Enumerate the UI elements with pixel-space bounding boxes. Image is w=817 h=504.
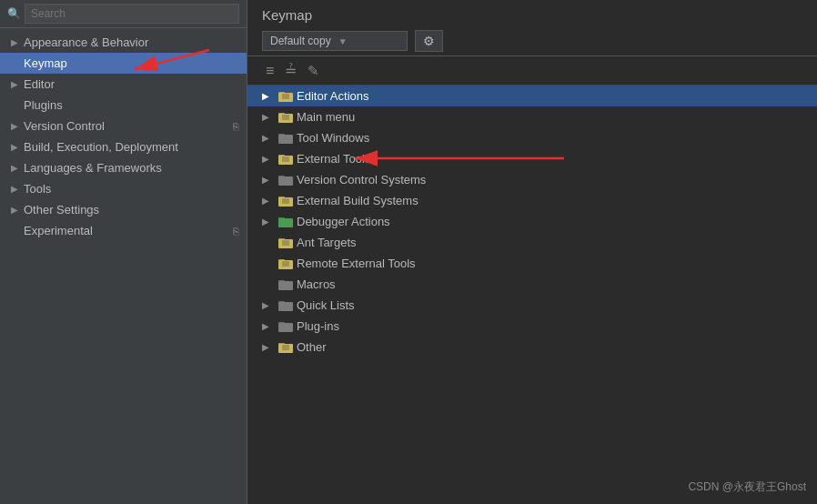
- tree-item-label: Version Control Systems: [297, 173, 810, 186]
- sidebar-items: ▶Appearance & BehaviorKeymap▶EditorPlugi…: [0, 28, 247, 504]
- tree-item-label: Debugger Actions: [297, 215, 810, 228]
- arrow-icon: ▶: [11, 79, 24, 89]
- folder-icon: [278, 174, 293, 186]
- tree-arrow-icon: ▶: [262, 217, 275, 227]
- arrow-icon: ▶: [11, 184, 24, 194]
- svg-rect-15: [282, 198, 289, 204]
- external-icon: ⎘: [233, 226, 239, 237]
- sidebar-item-label: Build, Execution, Deployment: [24, 140, 239, 154]
- svg-rect-10: [282, 156, 289, 162]
- search-icon: 🔍: [7, 7, 21, 20]
- sidebar-item-keymap[interactable]: Keymap: [0, 53, 247, 74]
- sidebar-item-label: Other Settings: [24, 203, 239, 217]
- folder-icon: [278, 257, 293, 270]
- tree-item-macros[interactable]: Macros: [247, 274, 817, 295]
- tree-item-quick-lists[interactable]: ▶ Quick Lists: [247, 295, 817, 316]
- folder-icon: [278, 153, 293, 166]
- folder-icon: [278, 299, 293, 312]
- arrow-icon: ▶: [11, 205, 24, 215]
- tree-item-label: Quick Lists: [297, 298, 810, 312]
- search-bar: 🔍: [0, 0, 247, 28]
- tree-item-label: Main menu: [297, 110, 810, 124]
- tree-arrow-icon: ▶: [262, 91, 275, 101]
- tree-arrow-icon: ▶: [262, 133, 275, 143]
- tree-item-ant-targets[interactable]: Ant Targets: [247, 232, 817, 253]
- dropdown-value: Default copy: [270, 35, 331, 47]
- sidebar-item-tools[interactable]: ▶Tools: [0, 178, 247, 199]
- tree-item-label: Macros: [297, 277, 810, 291]
- tree-arrow-icon: ▶: [262, 196, 275, 206]
- arrow-icon: ▶: [11, 142, 24, 152]
- svg-rect-17: [278, 217, 285, 220]
- tree-arrow-icon: ▶: [262, 342, 275, 352]
- arrow-icon: ▶: [11, 121, 24, 131]
- folder-icon: [278, 278, 293, 291]
- svg-rect-5: [282, 115, 289, 120]
- tree-arrow-icon: ▶: [262, 154, 275, 164]
- svg-rect-2: [282, 94, 289, 99]
- folder-icon: [278, 132, 293, 145]
- tree-item-external-tools[interactable]: ▶ External Tools: [247, 148, 817, 169]
- tree-item-remote-external[interactable]: Remote External Tools: [247, 253, 817, 274]
- sidebar-item-label: Languages & Frameworks: [24, 161, 239, 175]
- tree-item-tool-windows[interactable]: ▶ Tool Windows: [247, 127, 817, 148]
- folder-icon: [278, 195, 293, 207]
- sidebar-item-appearance[interactable]: ▶Appearance & Behavior: [0, 32, 247, 53]
- sidebar-item-plugins[interactable]: Plugins: [0, 95, 247, 116]
- tree-item-other[interactable]: ▶ Other: [247, 337, 817, 358]
- sidebar-item-editor[interactable]: ▶Editor: [0, 74, 247, 95]
- sidebar-item-label: Appearance & Behavior: [24, 35, 239, 49]
- watermark: CSDN @永夜君王Ghost: [688, 479, 806, 495]
- tree-item-label: Remote External Tools: [297, 257, 810, 270]
- keymap-controls: Default copy ▼ ⚙: [262, 30, 802, 52]
- folder-icon: [278, 341, 293, 354]
- edit-button[interactable]: ✎: [304, 61, 323, 81]
- svg-rect-12: [278, 176, 285, 178]
- arrow-icon: ▶: [11, 37, 24, 47]
- folder-icon: [278, 90, 293, 103]
- svg-rect-29: [278, 322, 285, 325]
- tree-arrow-icon: ▶: [262, 321, 275, 331]
- main-content: Keymap Default copy ▼ ⚙ ≡ ≟ ✎ ▶ Editor A…: [247, 0, 817, 504]
- tree-item-plug-ins[interactable]: ▶ Plug-ins: [247, 316, 817, 337]
- svg-rect-27: [278, 301, 285, 304]
- collapse-all-button[interactable]: ≟: [281, 60, 300, 81]
- page-title: Keymap: [262, 7, 802, 23]
- sidebar-item-other-settings[interactable]: ▶Other Settings: [0, 199, 247, 220]
- sidebar-item-label: Experimental: [24, 224, 233, 237]
- expand-all-button[interactable]: ≡: [262, 61, 277, 81]
- tree-arrow-icon: ▶: [262, 112, 275, 122]
- tree-item-label: Ant Targets: [297, 236, 810, 249]
- content-header: Keymap Default copy ▼ ⚙: [247, 0, 817, 56]
- tree-item-external-build[interactable]: ▶ External Build Systems: [247, 190, 817, 211]
- folder-icon: [278, 216, 293, 228]
- tree-item-label: External Tools: [297, 152, 810, 166]
- external-icon: ⎘: [233, 121, 239, 132]
- sidebar: 🔍 ▶Appearance & BehaviorKeymap▶EditorPlu…: [0, 0, 247, 504]
- tree-item-main-menu[interactable]: ▶ Main menu: [247, 106, 817, 127]
- arrow-icon: ▶: [11, 163, 24, 173]
- tree-item-editor-actions[interactable]: ▶ Editor Actions: [247, 86, 817, 106]
- tree-arrow-icon: ▶: [262, 300, 275, 310]
- tree-item-label: Other: [297, 340, 810, 354]
- keymap-dropdown[interactable]: Default copy ▼: [262, 31, 408, 51]
- sidebar-item-label: Version Control: [24, 119, 233, 133]
- tree-item-label: Plug-ins: [297, 319, 810, 333]
- sidebar-item-languages[interactable]: ▶Languages & Frameworks: [0, 157, 247, 178]
- sidebar-item-label: Keymap: [24, 56, 239, 70]
- gear-button[interactable]: ⚙: [415, 30, 443, 52]
- sidebar-item-version-control[interactable]: ▶Version Control⎘: [0, 116, 247, 136]
- tree-item-label: External Build Systems: [297, 194, 810, 207]
- tree-item-debugger[interactable]: ▶ Debugger Actions: [247, 211, 817, 232]
- sidebar-item-experimental[interactable]: Experimental⎘: [0, 220, 247, 241]
- svg-rect-23: [282, 261, 289, 267]
- tree-list: ▶ Editor Actions▶ Main menu▶ Tool Window…: [247, 86, 817, 504]
- folder-icon: [278, 111, 293, 124]
- sidebar-item-label: Plugins: [24, 98, 239, 112]
- svg-rect-20: [282, 240, 289, 246]
- sidebar-item-build-exec[interactable]: ▶Build, Execution, Deployment: [0, 136, 247, 157]
- tree-item-label: Tool Windows: [297, 131, 810, 145]
- tree-item-version-control-systems[interactable]: ▶ Version Control Systems: [247, 169, 817, 190]
- sidebar-item-label: Editor: [24, 77, 239, 91]
- search-input[interactable]: [25, 4, 239, 24]
